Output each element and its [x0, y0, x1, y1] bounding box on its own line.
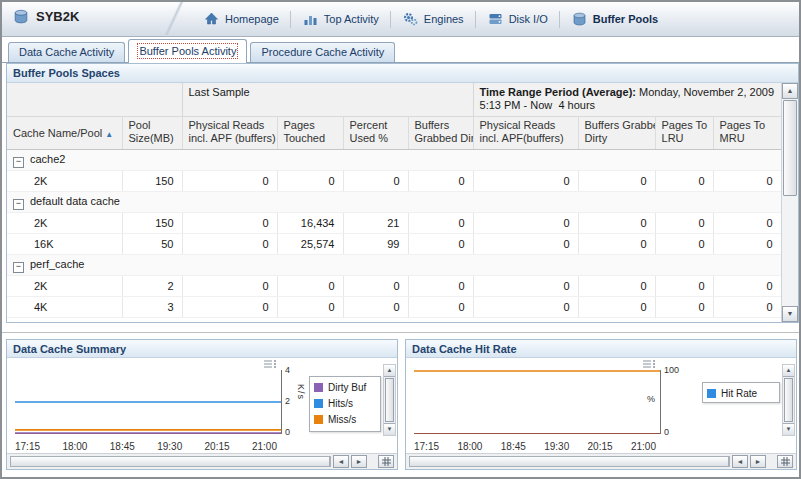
collapse-icon[interactable]: −	[13, 262, 24, 273]
nav-disk-io[interactable]: Disk I/O	[478, 7, 557, 31]
collapse-icon[interactable]: −	[13, 199, 24, 210]
column-header-pool-size[interactable]: PoolSize(MB)	[122, 117, 182, 150]
x-tick: 19:30	[157, 441, 182, 452]
table-row-perf-4k[interactable]: 4K 3 0 0 0 0 0 0 0 0	[7, 297, 781, 318]
y-tick: 2	[285, 396, 290, 406]
x-tick: 18:00	[62, 441, 87, 452]
column-header-physical-reads-avg[interactable]: Physical Readsincl. APF(buffers)	[473, 117, 578, 150]
summary-chart-plot	[15, 370, 281, 434]
legend-item: Dirty Buf	[314, 379, 376, 395]
x-tick: 18:00	[457, 441, 482, 452]
scroll-up-button[interactable]: ▲	[783, 365, 794, 377]
scroll-up-button[interactable]: ▲	[782, 83, 798, 99]
table-row-default-16k[interactable]: 16K 50 0 25,574 99 0 0 0 0 0	[7, 234, 781, 255]
column-header-pages-to-lru[interactable]: Pages ToLRU	[655, 117, 713, 150]
sort-ascending-icon: ▲	[105, 130, 113, 139]
group-row-perf-cache[interactable]: −perf_cache	[7, 255, 781, 276]
scrollbar-track[interactable]	[782, 99, 798, 306]
column-header-pages-touched[interactable]: PagesTouched	[277, 117, 343, 150]
y-tick: 100	[664, 365, 679, 375]
chart-horizontal-scrollbar[interactable]: ◄ ►	[406, 453, 796, 469]
x-axis-labels: 17:15 18:00 18:45 19:30 20:15 21:00	[406, 441, 796, 453]
column-header-cache-name[interactable]: Cache Name/Pool▲	[7, 117, 122, 150]
scrollbar-thumb[interactable]	[385, 378, 394, 422]
chart-vertical-scrollbar[interactable]: ▲ ▼	[383, 364, 396, 436]
nav-top-activity[interactable]: Top Activity	[293, 7, 388, 31]
buffer-pools-spaces-panel: Buffer Pools Spaces Last Sample Time Ran…	[6, 63, 799, 323]
scrollbar-track[interactable]	[409, 456, 730, 467]
cache-group-name: default data cache	[30, 195, 120, 207]
scrollbar-thumb[interactable]	[410, 457, 729, 466]
disk-icon	[487, 11, 504, 27]
zoom-grid-button[interactable]	[777, 455, 793, 468]
collapse-icon[interactable]: −	[13, 157, 24, 168]
table-column-header-row: Cache Name/Pool▲ PoolSize(MB) Physical R…	[7, 117, 781, 150]
column-header-pages-to-mru[interactable]: Pages ToMRU	[713, 117, 781, 150]
nav-engines[interactable]: Engines	[393, 7, 473, 31]
buffer-pools-table: Last Sample Time Range Period (Average):…	[7, 83, 781, 322]
panel-title: Data Cache Summary	[7, 340, 397, 358]
scroll-right-button[interactable]: ►	[750, 455, 766, 468]
series-color-swatch	[314, 399, 323, 408]
scrollbar-thumb[interactable]	[11, 457, 330, 466]
scroll-down-button[interactable]: ▼	[783, 423, 794, 435]
pool-name: 2K	[7, 213, 122, 234]
horizontal-splitter[interactable]	[2, 332, 799, 333]
scroll-down-button[interactable]: ▼	[782, 306, 798, 322]
gears-icon	[402, 11, 419, 27]
tab-data-cache-activity[interactable]: Data Cache Activity	[8, 42, 125, 62]
x-tick: 17:15	[414, 441, 439, 452]
pool-name: 16K	[7, 234, 122, 255]
time-range-group-header: Time Range Period (Average): Monday, Nov…	[473, 83, 781, 117]
table-row-cache2-2k[interactable]: 2K 150 0 0 0 0 0 0 0 0	[7, 171, 781, 192]
group-row-cache2[interactable]: −cache2	[7, 150, 781, 171]
nav-separator	[475, 11, 476, 28]
scroll-down-button[interactable]: ▼	[384, 423, 395, 435]
cache-group-name: cache2	[30, 153, 65, 165]
table-row-default-2k[interactable]: 2K 150 0 16,434 21 0 0 0 0 0	[7, 213, 781, 234]
legend-item: Miss/s	[314, 411, 376, 427]
tab-buffer-pools-activity[interactable]: Buffer Pools Activity	[128, 39, 247, 63]
bar-chart-icon	[302, 11, 319, 27]
table-vertical-scrollbar[interactable]: ▲ ▼	[781, 83, 798, 322]
y-tick: 0	[285, 427, 290, 437]
chart-vertical-scrollbar[interactable]: ▲ ▼	[782, 364, 795, 436]
zoom-grid-button[interactable]	[378, 455, 394, 468]
pool-name: 2K	[7, 171, 122, 192]
top-header-bar: SYB2K Homepage Top Activity	[2, 2, 799, 37]
y-tick: 0	[664, 427, 669, 437]
column-header-buffers-grabbed-dirty-avg[interactable]: Buffers GrabbedDirty	[578, 117, 655, 150]
nav-buffer-pools[interactable]: Buffer Pools	[562, 7, 667, 31]
x-tick: 17:15	[15, 441, 40, 452]
scroll-left-button[interactable]: ◄	[333, 455, 349, 468]
pool-name: 4K	[7, 297, 122, 318]
x-tick: 21:00	[252, 441, 277, 452]
table-row-perf-2k[interactable]: 2K 2 0 0 0 0 0 0 0 0	[7, 276, 781, 297]
scroll-left-button[interactable]: ◄	[732, 455, 748, 468]
y-tick: 4	[285, 365, 290, 375]
column-header-buffers-grabbed-dirty[interactable]: BuffersGrabbed Dirty	[408, 117, 473, 150]
scroll-right-button[interactable]: ►	[351, 455, 367, 468]
x-tick: 20:15	[588, 441, 613, 452]
y-axis-label: %	[647, 394, 655, 404]
column-header-percent-used[interactable]: PercentUsed %	[343, 117, 408, 150]
scrollbar-thumb[interactable]	[784, 378, 793, 422]
chart-horizontal-scrollbar[interactable]: ◄ ►	[7, 453, 397, 469]
data-cache-summary-panel: Data Cache Summary 4 2 0 K/s Dirty Buf H…	[6, 339, 398, 470]
group-row-default-data-cache[interactable]: −default data cache	[7, 192, 781, 213]
scroll-up-button[interactable]: ▲	[384, 365, 395, 377]
legend-item: Hit Rate	[707, 385, 775, 401]
chart-legend: Hit Rate	[702, 382, 780, 403]
hit-rate-chart-plot	[414, 370, 660, 434]
scrollbar-track[interactable]	[10, 456, 331, 467]
nav-homepage[interactable]: Homepage	[194, 7, 288, 31]
tab-procedure-cache-activity[interactable]: Procedure Cache Activity	[250, 42, 395, 62]
scrollbar-thumb[interactable]	[783, 100, 797, 196]
database-icon	[12, 8, 30, 25]
chart-area: 4 2 0 K/s Dirty Buf Hits/s Miss/s ▲	[7, 358, 397, 441]
x-tick: 19:30	[544, 441, 569, 452]
column-header-physical-reads[interactable]: Physical Readsincl. APF (buffers)	[182, 117, 277, 150]
pool-name: 2K	[7, 276, 122, 297]
system-name: SYB2K	[36, 9, 79, 24]
series-color-swatch	[314, 415, 323, 424]
